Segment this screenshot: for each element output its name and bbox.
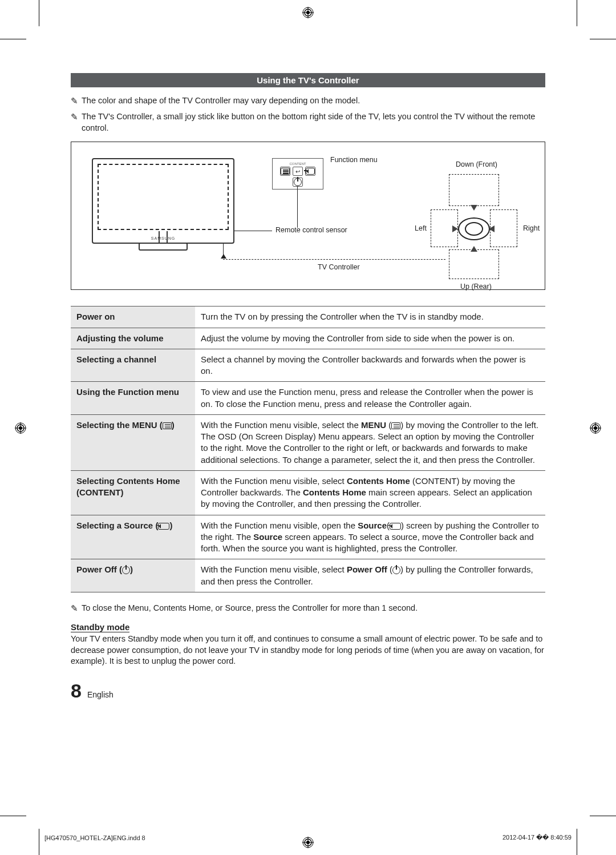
row-key: Selecting the MENU ()	[71, 414, 195, 470]
row-key: Power Off ()	[71, 559, 195, 592]
subheading-standby: Standby mode	[71, 622, 129, 632]
table-row: Using the Function menu To view and use …	[71, 382, 545, 415]
table-row: Selecting Contents Home (CONTENT) With t…	[71, 470, 545, 515]
label-left: Left	[415, 224, 427, 232]
crop-mark	[39, 829, 39, 855]
power-icon	[392, 566, 400, 574]
dashed-box	[449, 249, 499, 279]
note-text: The TV's Controller, a small joy stick l…	[82, 111, 545, 134]
row-value: With the Function menu visible, select t…	[195, 414, 545, 470]
tv-stand	[139, 243, 188, 251]
crop-mark	[0, 39, 26, 39]
menu-icon	[163, 422, 172, 429]
svg-point-14	[594, 426, 597, 430]
svg-point-19	[306, 841, 310, 844]
page-footer: 8 English	[71, 680, 545, 702]
row-key: Power on	[71, 306, 195, 328]
note-line: ✎ The color and shape of the TV Controll…	[71, 95, 545, 107]
return-icon: ↩	[293, 167, 303, 176]
menu-icon	[391, 422, 400, 429]
label-up: Up (Rear)	[460, 283, 492, 291]
row-key: Selecting a channel	[71, 349, 195, 382]
print-meta-left: [HG470570_HOTEL-ZA]ENG.indd 8	[44, 834, 145, 841]
crop-mark	[577, 829, 577, 855]
table-row: Power Off () With the Function menu visi…	[71, 559, 545, 592]
registration-mark-icon	[302, 837, 314, 848]
row-value: With the Function menu visible, open the…	[195, 515, 545, 559]
crop-mark	[577, 0, 577, 26]
crop-mark	[590, 816, 616, 816]
source-icon	[305, 167, 315, 176]
leader-line	[223, 244, 224, 255]
label-function-menu: Function menu	[330, 156, 378, 164]
function-menu-content-label: CONTENT	[276, 162, 319, 166]
row-value: Select a channel by moving the Controlle…	[195, 349, 545, 382]
table-row: Selecting a Source () With the Function …	[71, 515, 545, 559]
registration-mark-icon	[302, 7, 314, 18]
dashed-box	[449, 174, 499, 206]
row-value: With the Function menu visible, select P…	[195, 559, 545, 592]
svg-point-9	[19, 426, 22, 430]
crop-mark	[590, 39, 616, 39]
table-row: Power on Turn the TV on by pressing the …	[71, 306, 545, 328]
row-key: Selecting a Source ()	[71, 515, 195, 559]
page-language: English	[87, 690, 114, 699]
row-value: To view and use the Function menu, press…	[195, 382, 545, 415]
label-down: Down (Front)	[456, 160, 497, 168]
row-value: With the Function menu visible, select C…	[195, 470, 545, 515]
note-icon: ✎	[71, 603, 78, 614]
power-icon	[122, 566, 130, 574]
power-icon	[293, 178, 303, 187]
arrow-down-icon	[471, 205, 477, 211]
table-row: Selecting a channel Select a channel by …	[71, 349, 545, 382]
leader-line	[297, 187, 298, 228]
source-icon	[158, 523, 169, 530]
tv-screen	[98, 164, 229, 230]
row-key: Selecting Contents Home (CONTENT)	[71, 470, 195, 515]
section-heading: Using the TV's Controller	[71, 73, 545, 87]
note-line: ✎ The TV's Controller, a small joy stick…	[71, 111, 545, 134]
table-row: Selecting the MENU () With the Function …	[71, 414, 545, 470]
menu-icon	[280, 167, 290, 176]
registration-mark-icon	[590, 422, 601, 434]
leader-line	[234, 231, 272, 231]
note-icon: ✎	[71, 95, 78, 107]
label-tv-controller: TV Controller	[318, 263, 360, 271]
arrow-up-icon	[221, 254, 226, 259]
registration-mark-icon	[15, 422, 26, 434]
leader-dotted	[223, 259, 445, 260]
table-row: Adjusting the volume Adjust the volume b…	[71, 328, 545, 349]
label-remote-sensor: Remote control sensor	[275, 226, 347, 234]
page-number: 8	[71, 680, 82, 702]
controller-arrow-cluster: Down (Front) Left Right Up (Rear)	[428, 182, 520, 273]
print-meta-right: 2012-04-17 �� 8:40:59	[502, 834, 572, 841]
note-line: ✎ To close the Menu, Contents Home, or S…	[71, 603, 545, 614]
note-icon: ✎	[71, 111, 78, 134]
row-key: Using the Function menu	[71, 382, 195, 415]
controller-functions-table: Power on Turn the TV on by pressing the …	[71, 306, 545, 592]
row-value: Turn the TV on by pressing the Controlle…	[195, 306, 545, 328]
note-text: To close the Menu, Contents Home, or Sou…	[82, 603, 418, 614]
row-key: Adjusting the volume	[71, 328, 195, 349]
controller-diagram: SAMSUNG CONTENT ↩ Remote control sensor …	[71, 142, 545, 290]
crop-mark	[39, 0, 39, 26]
label-right: Right	[523, 224, 540, 232]
tv-neck	[159, 231, 168, 244]
note-text: The color and shape of the TV Controller…	[82, 95, 360, 107]
row-value: Adjust the volume by moving the Controll…	[195, 328, 545, 349]
arrow-up-icon	[471, 246, 477, 252]
source-icon	[390, 523, 401, 530]
arrow-right-icon	[452, 225, 458, 232]
crop-mark	[0, 816, 26, 816]
function-menu-popup: CONTENT ↩	[272, 158, 323, 189]
svg-point-4	[306, 11, 310, 14]
standby-paragraph: Your TV enters Standby mode when you tur…	[71, 634, 545, 667]
